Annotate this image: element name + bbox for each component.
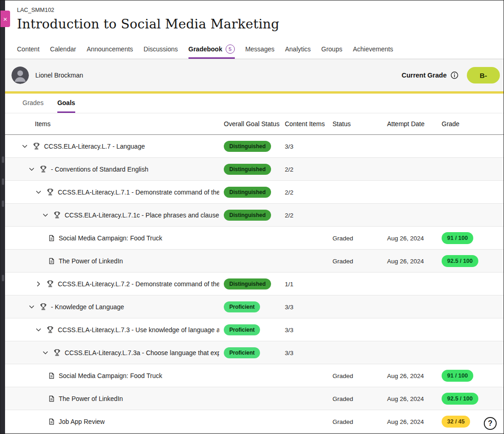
- tab-analytics[interactable]: Analytics: [285, 41, 310, 59]
- goal-label: CCSS.ELA-Literacy.L.7.2 - Demonstrate co…: [58, 280, 219, 288]
- rail-partial-icon: [2, 178, 4, 185]
- collapse-toggle[interactable]: [34, 188, 43, 196]
- collapse-toggle[interactable]: [28, 165, 36, 173]
- expand-toggle[interactable]: [34, 280, 43, 288]
- left-rail: [0, 0, 5, 434]
- collapse-toggle[interactable]: [34, 326, 43, 334]
- content-item-row: Job App ReviewGradedAug 26, 202432 / 45: [5, 410, 504, 433]
- rail-partial-icon: [2, 200, 4, 207]
- course-title: Introduction to Social Media Marketing: [17, 17, 504, 32]
- content-item-title[interactable]: The Power of LinkedIn: [59, 395, 123, 402]
- close-panel-button[interactable]: ×: [0, 11, 10, 27]
- document-icon: [48, 234, 55, 242]
- chevron-down-icon: [42, 212, 49, 218]
- subtab-grades[interactable]: Grades: [22, 99, 44, 113]
- goal-label: - Conventions of Standard English: [51, 166, 148, 173]
- tab-calendar[interactable]: Calendar: [50, 41, 76, 59]
- collapse-toggle[interactable]: [21, 142, 29, 150]
- tab-gradebook[interactable]: Gradebook5: [188, 41, 235, 59]
- collapse-toggle[interactable]: [41, 349, 50, 357]
- grade-pill[interactable]: 92.5 / 100: [442, 393, 478, 405]
- item-status: Graded: [332, 418, 353, 425]
- tab-content[interactable]: Content: [17, 41, 39, 59]
- trophy-icon: [46, 280, 54, 288]
- goal-label: CCSS.ELA-Literacy.L.7.3 - Use knowledge …: [58, 326, 219, 334]
- tab-label: Groups: [321, 45, 343, 53]
- goal-status-badge: Proficient: [224, 324, 260, 335]
- subtab-goals[interactable]: Goals: [57, 99, 75, 113]
- chevron-down-icon: [35, 327, 42, 333]
- content-items-count: 3/3: [285, 327, 294, 334]
- goal-row: CCSS.ELA-Literacy.L.7.3 - Use knowledge …: [5, 318, 504, 341]
- goal-status-badge: Distinguished: [224, 187, 271, 198]
- goal-row: - Knowledge of LanguageProficient3/3: [5, 295, 504, 318]
- main-content: LAC_SMM102 Introduction to Social Media …: [5, 0, 504, 434]
- tab-label: Announcements: [87, 45, 133, 53]
- content-item-row: Social Media Campaign: Food TruckGradedA…: [5, 364, 504, 387]
- tab-achievements[interactable]: Achievements: [353, 41, 393, 59]
- grade-pill[interactable]: 91 / 100: [442, 232, 473, 244]
- goal-status-badge: Distinguished: [224, 164, 271, 175]
- gradebook-subtabs: GradesGoals: [5, 94, 504, 113]
- tab-label: Discussions: [144, 45, 178, 53]
- column-header-status: Status: [332, 120, 387, 128]
- goal-label: CCSS.ELA-Literacy.L.7.3a - Choose langua…: [65, 349, 219, 356]
- item-status: Graded: [332, 235, 353, 242]
- chevron-down-icon: [28, 166, 35, 172]
- course-nav: ContentCalendarAnnouncementsDiscussionsG…: [5, 41, 504, 59]
- document-icon: [48, 372, 55, 379]
- goal-row: CCSS.ELA-Literacy.L.7 - LanguageDistingu…: [5, 135, 504, 158]
- content-item-title[interactable]: Job App Review: [59, 418, 105, 425]
- content-items-count: 2/2: [285, 189, 294, 196]
- goal-status-badge: Distinguished: [224, 210, 271, 221]
- content-items-count: 3/3: [285, 304, 294, 311]
- trophy-icon: [39, 165, 47, 173]
- attempt-date: Aug 26, 2024: [387, 395, 424, 402]
- item-status: Graded: [332, 395, 353, 402]
- goal-status-badge: Proficient: [224, 301, 260, 312]
- content-item-title[interactable]: Social Media Campaign: Food Truck: [59, 372, 162, 379]
- trophy-icon: [33, 142, 40, 150]
- tab-discussions[interactable]: Discussions: [144, 41, 178, 59]
- chevron-right-icon: [35, 281, 42, 287]
- content-item-row: Social Media Campaign: Food TruckGradedA…: [5, 227, 504, 250]
- current-grade-pill[interactable]: B-: [467, 67, 500, 83]
- tab-messages[interactable]: Messages: [245, 41, 275, 59]
- content-item-title[interactable]: The Power of LinkedIn: [59, 257, 123, 265]
- grade-pill[interactable]: 92.5 / 100: [442, 255, 478, 267]
- grade-pill[interactable]: 32 / 45: [442, 416, 470, 428]
- content-item-title[interactable]: Social Media Campaign: Food Truck: [59, 234, 162, 242]
- tab-label: Content: [17, 45, 39, 53]
- question-icon: ?: [488, 419, 493, 428]
- trophy-icon: [53, 211, 61, 219]
- collapse-toggle[interactable]: [41, 211, 50, 219]
- tab-announcements[interactable]: Announcements: [87, 41, 133, 59]
- tab-label: Analytics: [285, 45, 310, 53]
- help-button[interactable]: ?: [484, 417, 497, 430]
- grade-pill[interactable]: 91 / 100: [442, 370, 473, 382]
- user-avatar-icon: [11, 67, 29, 84]
- goal-status-badge: Proficient: [224, 347, 260, 358]
- content-item-row: The Power of LinkedInGradedAug 26, 20249…: [5, 250, 504, 273]
- course-id: LAC_SMM102: [17, 7, 504, 13]
- attempt-date: Aug 26, 2024: [387, 258, 424, 265]
- goals-table-header: ItemsOverall Goal StatusContent ItemsSta…: [5, 113, 504, 135]
- item-status: Graded: [332, 373, 353, 379]
- trophy-icon: [46, 188, 54, 196]
- column-header-attempt-date: Attempt Date: [387, 120, 442, 128]
- chevron-down-icon: [22, 143, 28, 150]
- goals-table-body: CCSS.ELA-Literacy.L.7 - LanguageDistingu…: [5, 135, 504, 434]
- tab-groups[interactable]: Groups: [321, 41, 343, 59]
- document-icon: [48, 257, 55, 265]
- chevron-down-icon: [35, 189, 42, 195]
- content-item-row: The Power of LinkedInGradedAug 26, 20249…: [5, 387, 504, 410]
- attempt-date: Aug 26, 2024: [387, 235, 424, 242]
- content-items-count: 3/3: [285, 143, 294, 150]
- document-icon: [48, 395, 55, 402]
- content-items-count: 3/3: [285, 350, 294, 356]
- info-icon[interactable]: [450, 71, 459, 79]
- trophy-icon: [39, 303, 47, 311]
- collapse-toggle[interactable]: [28, 303, 36, 311]
- goal-status-badge: Distinguished: [224, 141, 271, 152]
- close-icon: ×: [3, 16, 7, 22]
